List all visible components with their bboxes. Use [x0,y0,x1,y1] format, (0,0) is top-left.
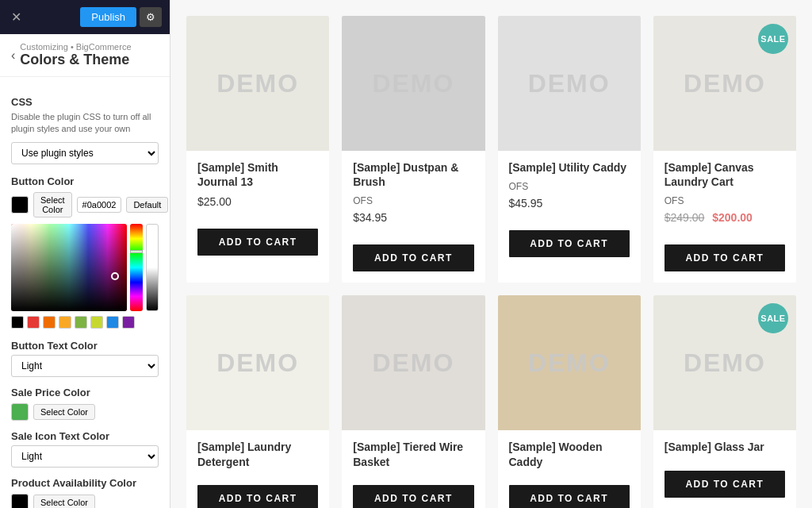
product-price: $45.95 [509,197,630,210]
css-plugin-select[interactable]: Use plugin styles [11,142,159,164]
button-color-hex[interactable]: #0a0002 [77,197,122,213]
swatch-green[interactable] [75,316,87,329]
product-card: DEMOSALE[Sample] Canvas Laundry CartOFS … [653,16,796,283]
sidebar-breadcrumb-group: Customizing • BigCommerce Colors & Theme [20,42,131,68]
button-text-color-select[interactable]: Light [11,355,159,377]
button-color-label: Button Color [11,175,159,187]
product-name: [Sample] Glass Jar [665,440,785,454]
demo-watermark: DEMO [372,69,454,98]
add-to-cart-button[interactable]: ADD TO CART [509,485,630,508]
product-availability-color-label: Product Availability Color [11,477,159,489]
hue-strip[interactable] [130,224,143,311]
product-name: [Sample] Utility Caddy [509,160,630,175]
demo-watermark: DEMO [528,69,611,98]
sidebar-main-content: CSS Disable the plugin CSS to turn off a… [0,77,170,508]
sale-price-color-label: Sale Price Color [11,387,159,398]
sale-price-color-row: Select Color [11,403,159,421]
swatch-orange[interactable] [43,316,56,329]
product-card: DEMO[Sample] Dustpan & BrushOFS$34.95ADD… [342,16,485,283]
add-to-cart-button[interactable]: ADD TO CART [197,229,318,256]
sale-price: $200.00 [712,211,753,224]
product-info: [Sample] Smith Journal 13$25.00 [186,151,329,229]
add-to-cart-button[interactable]: ADD TO CART [665,244,785,271]
publish-button[interactable]: Publish [80,7,136,27]
sale-icon-text-color-select[interactable]: Light [11,445,159,468]
color-picker-gradient-area[interactable] [11,224,127,311]
add-to-cart-button[interactable]: ADD TO CART [665,471,785,498]
color-swatches-row [11,316,159,329]
products-grid: DEMO[Sample] Smith Journal 13$25.00ADD T… [186,16,796,508]
product-availability-color-row: Select Color [11,494,159,508]
product-image: DEMO [186,295,329,430]
button-color-default-btn[interactable]: Default [126,197,168,213]
demo-watermark: DEMO [528,348,611,378]
brightness-overlay [11,224,127,311]
product-card: DEMO[Sample] Utility CaddyOFS$45.95ADD T… [498,16,641,283]
sale-icon-text-color-label: Sale Icon Text Color [11,430,159,442]
sale-price-select-btn[interactable]: Select Color [33,404,95,420]
product-price: $25.00 [197,195,318,208]
swatch-black[interactable] [11,316,24,329]
sidebar-header: ‹ Customizing • BigCommerce Colors & The… [0,34,170,77]
swatch-blue[interactable] [106,316,119,329]
sale-price-color-swatch [11,403,29,421]
product-info: [Sample] Glass Jar [653,430,796,470]
product-info: [Sample] Wooden Caddy [498,430,641,484]
demo-watermark: DEMO [684,69,766,98]
product-card: DEMO[Sample] Tiered Wire BasketADD TO CA… [342,295,485,508]
hue-cursor [130,250,143,253]
swatch-lime[interactable] [90,316,103,329]
product-name: [Sample] Tiered Wire Basket [353,440,473,468]
product-price: $34.95 [353,211,473,224]
css-section-desc: Disable the plugin CSS to turn off all p… [11,111,159,136]
product-info: [Sample] Canvas Laundry CartOFS $249.00 … [653,151,796,244]
sidebar: ✕ Publish ⚙ ‹ Customizing • BigCommerce … [0,0,170,508]
swatch-purple[interactable] [122,316,135,329]
color-picker-cursor [111,272,119,280]
add-to-cart-button[interactable]: ADD TO CART [197,485,318,508]
back-button[interactable]: ‹ [11,48,15,63]
add-to-cart-button[interactable]: ADD TO CART [353,485,473,508]
product-info: [Sample] Dustpan & BrushOFS$34.95 [342,151,485,244]
product-info: [Sample] Utility CaddyOFS$45.95 [498,151,641,230]
opacity-strip[interactable] [146,224,159,311]
button-color-select-btn[interactable]: Select Color [33,192,72,217]
product-image: DEMO [342,295,485,430]
add-to-cart-button[interactable]: ADD TO CART [509,230,630,257]
product-name: [Sample] Smith Journal 13 [197,160,318,189]
add-to-cart-button[interactable]: ADD TO CART [353,244,473,271]
main-content: DEMO[Sample] Smith Journal 13$25.00ADD T… [170,0,812,508]
product-card: DEMO[Sample] Wooden CaddyADD TO CART [498,295,641,508]
swatch-red[interactable] [27,316,40,329]
product-status: OFS [509,181,630,192]
product-image: DEMO [498,16,641,151]
settings-icon-button[interactable]: ⚙ [140,7,162,27]
product-image: DEMO [342,16,485,151]
product-image: DEMOSALE [653,295,796,430]
product-name: [Sample] Laundry Detergent [197,440,318,468]
product-status: OFS [665,195,785,206]
button-color-swatch [11,196,29,214]
product-image: DEMO [186,16,329,151]
product-info: [Sample] Tiered Wire Basket [342,430,485,484]
product-name: [Sample] Canvas Laundry Cart [665,160,785,189]
sale-badge: SALE [758,24,788,54]
product-name: [Sample] Wooden Caddy [509,440,630,468]
close-button[interactable]: ✕ [8,6,25,28]
demo-watermark: DEMO [684,348,766,378]
product-status: OFS [353,195,473,206]
swatch-yellow[interactable] [59,316,71,329]
product-card: DEMO[Sample] Laundry DetergentADD TO CAR… [186,295,329,508]
product-availability-swatch [11,494,29,508]
page-title: Colors & Theme [20,52,131,68]
css-section-label: CSS [11,96,159,108]
product-availability-select-btn[interactable]: Select Color [33,495,95,508]
color-picker-container [11,224,159,311]
sidebar-top-actions: Publish ⚙ [80,7,162,27]
product-price: $249.00 $200.00 [665,211,785,224]
button-text-color-label: Button Text Color [11,340,159,352]
product-image: DEMO [498,295,641,430]
breadcrumb: Customizing • BigCommerce [20,42,131,52]
sale-badge: SALE [758,303,788,333]
product-card: DEMOSALE[Sample] Glass JarADD TO CART [653,295,796,508]
